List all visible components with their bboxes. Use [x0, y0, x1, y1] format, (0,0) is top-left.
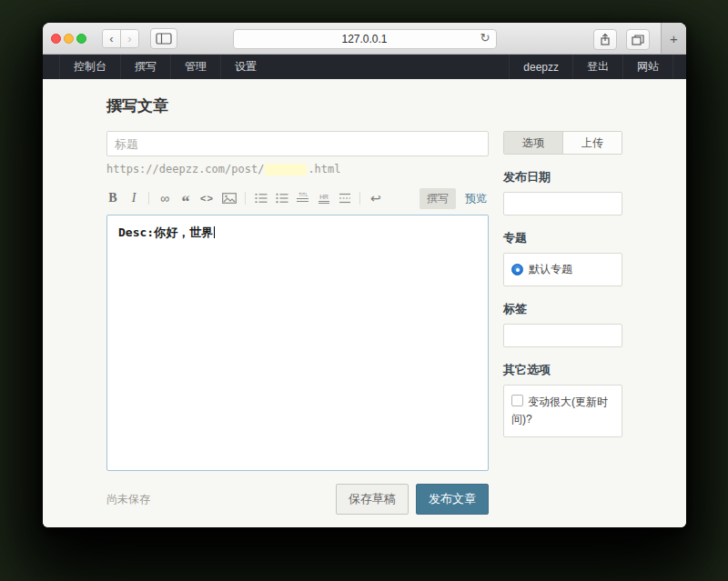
sidebar-icon: [156, 33, 172, 45]
minimize-window-button[interactable]: [64, 34, 74, 44]
permalink-suffix: .html: [308, 163, 340, 175]
other-options-label: 其它选项: [503, 362, 622, 378]
admin-navbar: 控制台 撰写 管理 设置 deepzz 登出 网站: [43, 55, 686, 79]
bold-icon[interactable]: B: [106, 189, 119, 207]
sidebar-tabs: 选项 上传: [503, 131, 622, 155]
page-break-icon[interactable]: [339, 189, 351, 207]
traffic-lights: [51, 34, 86, 44]
history-nav-buttons: ‹ ›: [102, 29, 139, 48]
sidebar-toggle-button[interactable]: [150, 28, 177, 49]
nav-item-logout[interactable]: 登出: [572, 55, 622, 79]
other-option-row[interactable]: 变动很大(更新时间)?: [503, 385, 622, 437]
tabs-icon: [632, 35, 644, 45]
topic-radio-checked[interactable]: [511, 264, 523, 275]
tags-input[interactable]: [503, 324, 622, 347]
close-window-button[interactable]: [51, 34, 61, 44]
tab-options[interactable]: 选项: [504, 132, 562, 154]
horizontal-rule-icon[interactable]: HR: [318, 189, 330, 207]
share-button[interactable]: [593, 29, 617, 50]
browser-window: ‹ › 127.0.0.1 ↻: [43, 23, 686, 527]
ordered-list-icon[interactable]: [255, 189, 268, 207]
nav-item-manage[interactable]: 管理: [170, 55, 220, 79]
text-cursor: [214, 226, 215, 238]
address-bar[interactable]: 127.0.0.1 ↻: [233, 29, 497, 49]
post-title-input[interactable]: [106, 131, 489, 156]
undo-icon[interactable]: ↩: [369, 189, 382, 207]
editor-column: https://deepzz.com/post/.html B I ∞ “ <>: [106, 131, 489, 515]
topic-option-label: 默认专题: [529, 262, 572, 277]
preview-mode-tab[interactable]: 预览: [465, 191, 487, 206]
unordered-list-icon[interactable]: [276, 189, 288, 207]
toolbar-divider: [148, 192, 149, 205]
blockquote-icon[interactable]: “: [179, 185, 192, 211]
publish-button[interactable]: 发布文章: [416, 484, 489, 515]
titlebar-right-buttons: [593, 29, 650, 50]
editor-footer: 尚未保存 保存草稿 发布文章: [106, 484, 489, 515]
image-icon[interactable]: [222, 189, 237, 207]
nav-item-settings[interactable]: 设置: [220, 55, 270, 79]
zoom-window-button[interactable]: [76, 34, 86, 44]
forward-button[interactable]: ›: [120, 30, 138, 47]
link-icon[interactable]: ∞: [158, 189, 171, 207]
italic-icon[interactable]: I: [127, 189, 140, 207]
write-mode-tab[interactable]: 撰写: [420, 188, 456, 209]
share-icon: [599, 33, 612, 46]
permalink-prefix: https://deepzz.com/post/: [106, 163, 264, 175]
nav-item-site[interactable]: 网站: [622, 55, 673, 79]
url-text: 127.0.0.1: [341, 33, 387, 45]
page-body: 撰写文章 https://deepzz.com/post/.html B I ∞…: [43, 79, 686, 527]
toolbar-divider: [245, 192, 246, 205]
topic-option-row[interactable]: 默认专题: [503, 253, 622, 286]
publish-date-label: 发布日期: [503, 169, 622, 185]
reload-icon[interactable]: ↻: [480, 31, 490, 45]
post-content-textarea[interactable]: Desc:你好，世界: [106, 215, 489, 471]
update-time-label: 变动很大(更新时间)?: [511, 396, 608, 426]
nav-item-console[interactable]: 控制台: [59, 55, 120, 79]
save-status-text: 尚未保存: [106, 492, 336, 507]
publish-date-input[interactable]: [503, 192, 622, 215]
browser-titlebar[interactable]: ‹ › 127.0.0.1 ↻: [43, 23, 686, 55]
page-title: 撰写文章: [106, 95, 686, 116]
permalink-slug-input[interactable]: [265, 164, 307, 175]
navbar-spacer: [270, 55, 509, 79]
nav-item-username[interactable]: deepzz: [509, 55, 572, 79]
tab-upload[interactable]: 上传: [562, 132, 622, 154]
back-button[interactable]: ‹: [103, 30, 120, 47]
permalink-preview: https://deepzz.com/post/.html: [106, 163, 489, 175]
new-tab-button[interactable]: +: [661, 23, 686, 54]
topic-label: 专题: [503, 230, 622, 246]
toolbar-divider: [359, 192, 360, 205]
update-time-checkbox[interactable]: [511, 395, 523, 406]
code-icon[interactable]: <>: [200, 189, 214, 207]
nav-item-write[interactable]: 撰写: [120, 55, 170, 79]
tags-label: 标签: [503, 301, 622, 317]
options-sidebar: 选项 上传 发布日期 专题 默认专题 标签 其它选项 变动很大(更新时间)?: [503, 131, 622, 515]
heading-icon[interactable]: TITL: [297, 189, 309, 207]
tab-overview-button[interactable]: [626, 29, 650, 50]
save-draft-button[interactable]: 保存草稿: [336, 484, 409, 515]
editor-toolbar: B I ∞ “ <>: [106, 187, 489, 209]
editor-text: Desc:你好，世界: [118, 225, 213, 239]
